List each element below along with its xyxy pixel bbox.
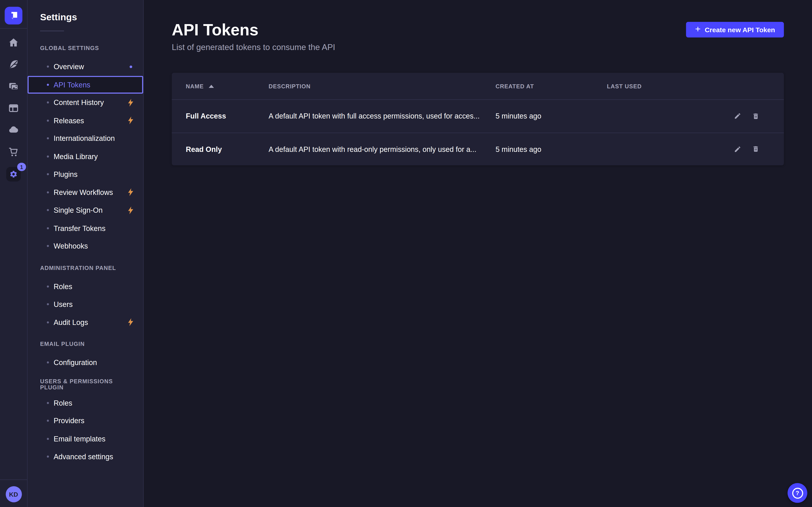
subnav-item[interactable]: Advanced settings: [28, 448, 143, 466]
bullet-icon: [47, 102, 49, 104]
lightning-icon: [128, 319, 134, 326]
table-header-row: NAME DESCRIPTION CREATED AT LAST USED: [172, 73, 784, 99]
subnav-item[interactable]: Media Library: [28, 147, 143, 165]
subnav-item[interactable]: Configuration: [28, 353, 143, 372]
subnav-item[interactable]: Roles: [28, 277, 143, 295]
token-description: A default API token with full access per…: [269, 112, 496, 120]
bullet-icon: [47, 245, 49, 247]
table-row[interactable]: Full Access A default API token with ful…: [172, 99, 784, 132]
subnav-section: USERS & PERMISSIONS PLUGIN Roles Provide…: [28, 379, 143, 465]
subnav-section-label: EMAIL PLUGIN: [40, 338, 131, 349]
rail-divider: [0, 28, 27, 29]
subnav-section-label: GLOBAL SETTINGS: [40, 43, 131, 53]
subnav-item-label: Roles: [54, 399, 72, 407]
media-library-icon[interactable]: [8, 81, 19, 92]
token-description: A default API token with read-only permi…: [269, 145, 496, 153]
cloud-icon[interactable]: [8, 124, 19, 136]
subnav-list: Roles Providers Email templates Advanced…: [28, 394, 143, 465]
subnav-item[interactable]: Users: [28, 295, 143, 314]
subnav-sections: GLOBAL SETTINGS Overview API Tokens Cont…: [28, 31, 143, 465]
subnav-item[interactable]: Email templates: [28, 430, 143, 448]
subnav-item-label: Providers: [54, 417, 84, 425]
layout-window-icon[interactable]: [8, 103, 19, 114]
api-tokens-table: NAME DESCRIPTION CREATED AT LAST USED Fu…: [172, 73, 784, 165]
subnav-item-label: Roles: [54, 282, 72, 291]
rail-icons: [8, 37, 19, 158]
main-nav-rail: 1 KD: [0, 0, 28, 507]
column-header-name[interactable]: NAME: [186, 83, 269, 89]
edit-pencil-icon[interactable]: [733, 145, 742, 153]
subnav-item[interactable]: Releases: [28, 112, 143, 129]
bullet-icon: [47, 303, 49, 305]
subnav-section: GLOBAL SETTINGS Overview API Tokens Cont…: [28, 43, 143, 255]
subnav-item-label: Users: [54, 300, 72, 308]
strapi-logo-glyph: [5, 7, 22, 24]
settings-gear-icon[interactable]: 1: [6, 167, 21, 182]
rail-divider: [0, 480, 27, 480]
bullet-icon: [47, 173, 49, 175]
bullet-icon: [47, 402, 49, 404]
subnav-item-label: API Tokens: [54, 80, 91, 89]
bullet-icon: [47, 420, 49, 422]
column-header-created-at: CREATED AT: [496, 83, 607, 89]
subnav-item[interactable]: Roles: [28, 394, 143, 412]
token-name: Read Only: [186, 145, 269, 153]
settings-subnav: Settings GLOBAL SETTINGS Overview API To…: [28, 0, 144, 507]
subnav-item[interactable]: API Tokens: [28, 76, 143, 94]
home-icon[interactable]: [8, 37, 19, 48]
subnav-item[interactable]: Internationalization: [28, 129, 143, 148]
main-content: API Tokens List of generated tokens to c…: [144, 0, 812, 507]
delete-trash-icon[interactable]: [752, 112, 759, 120]
subnav-item[interactable]: Single Sign-On: [28, 201, 143, 219]
bullet-icon: [47, 227, 49, 229]
lightning-icon: [128, 99, 134, 107]
bullet-icon: [47, 191, 49, 193]
create-api-token-label: Create new API Token: [705, 26, 775, 34]
subnav-item[interactable]: Plugins: [28, 165, 143, 183]
subnav-item[interactable]: Overview: [28, 58, 143, 76]
page-subtitle: List of generated tokens to consume the …: [172, 42, 784, 53]
subnav-item-label: Email templates: [54, 435, 106, 443]
subnav-item[interactable]: Providers: [28, 412, 143, 430]
subnav-item[interactable]: Transfer Tokens: [28, 219, 143, 237]
subnav-item[interactable]: Review Workflows: [28, 183, 143, 201]
subnav-item-label: Webhooks: [54, 242, 88, 250]
lightning-icon: [128, 207, 134, 214]
create-api-token-button[interactable]: + Create new API Token: [686, 22, 784, 38]
subnav-item-label: Content History: [54, 99, 104, 107]
token-name: Full Access: [186, 112, 269, 120]
help-button[interactable]: ?: [788, 483, 808, 503]
sort-asc-icon: [209, 84, 214, 88]
subnav-item-label: Configuration: [54, 358, 97, 367]
lightning-icon: [128, 117, 134, 125]
edit-pencil-icon[interactable]: [733, 112, 742, 120]
question-mark-icon: ?: [792, 488, 803, 498]
notification-dot: [130, 65, 133, 68]
bullet-icon: [47, 137, 49, 139]
bullet-icon: [47, 456, 49, 458]
bullet-icon: [47, 361, 49, 363]
app-root: 1 KD Settings GLOBAL SETTINGS Overview A…: [0, 0, 812, 507]
subnav-item-label: Media Library: [54, 152, 98, 161]
strapi-logo-icon[interactable]: [5, 7, 22, 24]
subnav-section-label: ADMINISTRATION PANEL: [40, 262, 131, 273]
bullet-icon: [47, 438, 49, 440]
subnav-item[interactable]: Webhooks: [28, 237, 143, 255]
subnav-title: Settings: [40, 11, 143, 23]
subnav-item-label: Advanced settings: [54, 452, 113, 461]
plus-icon: +: [695, 24, 701, 34]
table-body: Full Access A default API token with ful…: [172, 99, 784, 165]
bullet-icon: [47, 83, 49, 86]
table-row[interactable]: Read Only A default API token with read-…: [172, 132, 784, 165]
subnav-list: Configuration: [28, 353, 143, 372]
subnav-item-label: Plugins: [54, 170, 78, 178]
delete-trash-icon[interactable]: [752, 145, 759, 153]
user-avatar[interactable]: KD: [5, 486, 22, 503]
shopping-cart-icon[interactable]: [8, 146, 19, 158]
subnav-item[interactable]: Audit Logs: [28, 313, 143, 331]
page-header: API Tokens List of generated tokens to c…: [172, 21, 784, 53]
settings-notification-badge: 1: [17, 163, 26, 171]
bullet-icon: [47, 66, 49, 68]
subnav-item[interactable]: Content History: [28, 94, 143, 112]
feather-pen-icon[interactable]: [8, 59, 19, 70]
